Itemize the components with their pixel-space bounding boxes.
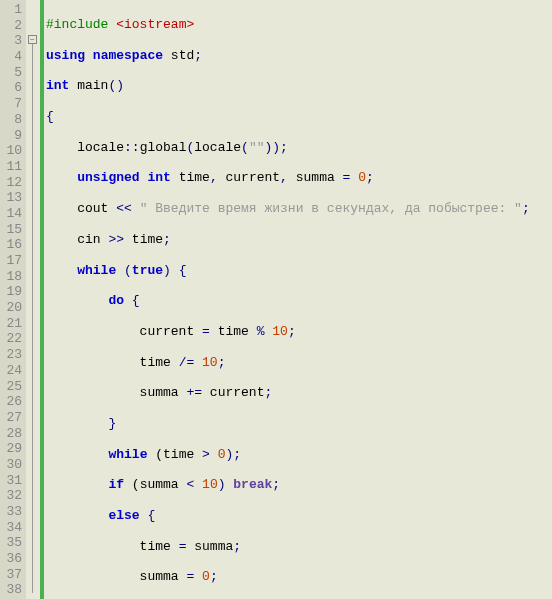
code-line: cout << " Введите время жизни в секундах… <box>46 201 552 217</box>
code-line: while (true) { <box>46 263 552 279</box>
line-number-gutter: 1234567891011121314151617181920212223242… <box>0 0 26 599</box>
code-line: current = time % 10; <box>46 324 552 340</box>
line-number: 3 <box>2 33 22 49</box>
line-number: 33 <box>2 504 22 520</box>
code-editor-area[interactable]: #include <iostream> using namespace std;… <box>44 0 552 599</box>
code-line: time = summa; <box>46 539 552 555</box>
line-number: 4 <box>2 49 22 65</box>
code-line: locale::global(locale("")); <box>46 140 552 156</box>
line-number: 38 <box>2 582 22 598</box>
line-number: 24 <box>2 363 22 379</box>
line-number: 27 <box>2 410 22 426</box>
code-line: unsigned int time, current, summa = 0; <box>46 170 552 186</box>
line-number: 9 <box>2 128 22 144</box>
line-number: 7 <box>2 96 22 112</box>
line-number: 10 <box>2 143 22 159</box>
line-number: 1 <box>2 2 22 18</box>
include-path: <iostream> <box>116 17 194 32</box>
code-line: } <box>46 416 552 432</box>
code-line: using namespace std; <box>46 48 552 64</box>
code-line: { <box>46 109 552 125</box>
line-number: 36 <box>2 551 22 567</box>
line-number: 23 <box>2 347 22 363</box>
code-line: cin >> time; <box>46 232 552 248</box>
line-number: 20 <box>2 300 22 316</box>
code-line: else { <box>46 508 552 524</box>
line-number: 6 <box>2 80 22 96</box>
code-line: summa = 0; <box>46 569 552 585</box>
line-number: 19 <box>2 284 22 300</box>
fold-toggle[interactable]: − <box>28 35 37 44</box>
line-number: 5 <box>2 65 22 81</box>
line-number: 18 <box>2 269 22 285</box>
line-number: 31 <box>2 473 22 489</box>
line-number: 22 <box>2 331 22 347</box>
line-number: 35 <box>2 535 22 551</box>
line-number: 14 <box>2 206 22 222</box>
line-number: 28 <box>2 426 22 442</box>
line-number: 16 <box>2 237 22 253</box>
line-number: 32 <box>2 488 22 504</box>
code-line: int main() <box>46 78 552 94</box>
line-number: 29 <box>2 441 22 457</box>
code-line: do { <box>46 293 552 309</box>
line-number: 12 <box>2 175 22 191</box>
code-line: if (summa < 10) break; <box>46 477 552 493</box>
code-line: #include <iostream> <box>46 17 552 33</box>
line-number: 34 <box>2 520 22 536</box>
code-line: while (time > 0); <box>46 447 552 463</box>
line-number: 30 <box>2 457 22 473</box>
fold-gutter: − <box>26 0 40 599</box>
line-number: 17 <box>2 253 22 269</box>
line-number: 8 <box>2 112 22 128</box>
line-number: 25 <box>2 379 22 395</box>
line-number: 37 <box>2 567 22 583</box>
fold-guide-line <box>32 38 33 593</box>
line-number: 11 <box>2 159 22 175</box>
line-number: 13 <box>2 190 22 206</box>
line-number: 21 <box>2 316 22 332</box>
line-number: 26 <box>2 394 22 410</box>
line-number: 15 <box>2 222 22 238</box>
preprocessor: #include <box>46 17 116 32</box>
line-number: 2 <box>2 18 22 34</box>
code-line: summa += current; <box>46 385 552 401</box>
code-line: time /= 10; <box>46 355 552 371</box>
